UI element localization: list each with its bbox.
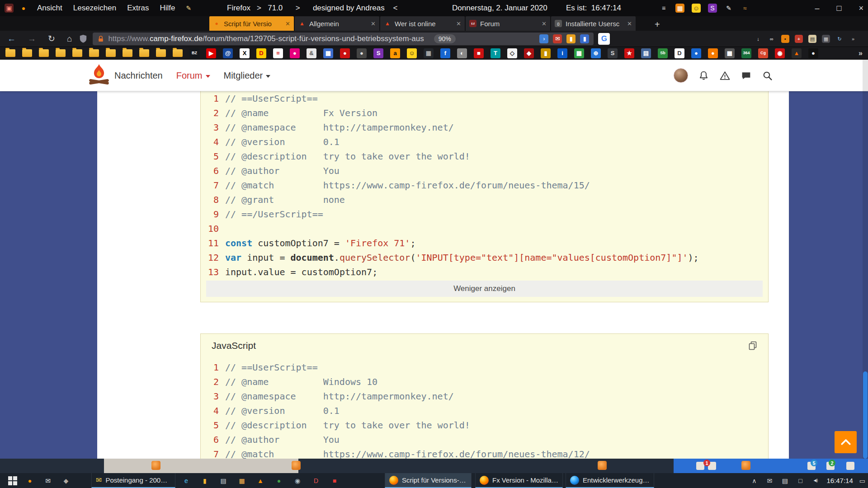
desktop-icon[interactable] [741, 461, 750, 470]
tab-script-f-r-versio[interactable]: ●Script für Versio✕ [209, 16, 294, 31]
tab-installierte-usersc[interactable]: {}Installierte Usersc✕ [551, 16, 636, 31]
line-number-link[interactable]: 1 [201, 360, 225, 375]
broom-icon[interactable]: ≈ [741, 4, 750, 13]
overflow-chevron-icon[interactable]: » [849, 35, 857, 43]
task-fx-version-mozilla-fi[interactable]: Fx Version - Mozilla Fi... [475, 473, 563, 488]
notes-addon-icon[interactable]: ▤ [808, 35, 816, 43]
list-icon[interactable]: ≡ [659, 4, 668, 13]
bookmark-grid-icon[interactable]: ▦ [323, 48, 333, 58]
bookmark-gmx-icon[interactable]: @ [223, 48, 233, 58]
nav-item-forum[interactable]: Forum [176, 70, 210, 81]
bookmark-red-square-icon[interactable]: ■ [474, 48, 484, 58]
bookmark-pink-icon[interactable]: ● [290, 48, 300, 58]
nav-item-mitglieder[interactable]: Mitglieder [224, 70, 271, 81]
green-app-icon[interactable]: ● [274, 476, 283, 485]
menu-lesezeichen[interactable]: Lesezeichen [73, 4, 116, 13]
adblock-icon[interactable]: + [795, 35, 803, 43]
nav-item-nachrichten[interactable]: Nachrichten [114, 70, 163, 81]
bookmark-dark-grid-icon[interactable]: ▦ [424, 48, 434, 58]
tray-keyboard-icon[interactable]: ▤ [780, 476, 789, 485]
line-number-link[interactable]: 10 [201, 221, 225, 236]
bookmark-table-icon[interactable]: ▤ [641, 48, 651, 58]
bookmark-folder-icon[interactable] [139, 49, 149, 57]
bookmark-info-icon[interactable]: i [557, 48, 567, 58]
desktop-icon[interactable] [151, 461, 160, 470]
bookmark-folder-icon[interactable] [56, 49, 66, 57]
bookmark-green-grid-icon[interactable]: ▦ [574, 48, 584, 58]
bookmark-dark-dot-icon[interactable]: ● [357, 48, 367, 58]
bookmark-bz-icon[interactable]: BZ [189, 48, 199, 58]
tab-wer-ist-online[interactable]: ▲Wer ist online✕ [380, 16, 465, 31]
photos-quick-icon[interactable]: ◆ [61, 476, 71, 485]
tray-mail-icon[interactable]: ✉ [765, 476, 774, 485]
bookmark-red-dot-icon[interactable]: ● [340, 48, 350, 58]
bookmark-blue-dot-icon[interactable]: ● [691, 48, 701, 58]
line-number-link[interactable]: 1 [201, 91, 225, 106]
task-script-f-r-versions-un[interactable]: Script für Versions- un... [385, 473, 472, 488]
notification-panel-icon[interactable]: ▭ [859, 477, 865, 484]
desktop-icon[interactable] [292, 461, 301, 470]
line-number-link[interactable]: 2 [201, 106, 225, 120]
bookmark-scifi-icon[interactable]: S [373, 48, 383, 58]
bookmark-d-icon[interactable]: D [675, 48, 684, 58]
start-button[interactable] [5, 473, 21, 488]
line-number-link[interactable]: 2 [201, 375, 225, 389]
scrollbar-thumb[interactable] [863, 371, 868, 459]
line-number-link[interactable]: 4 [201, 135, 225, 149]
orange-app-icon[interactable]: ▦ [675, 4, 684, 13]
bookmark-folder-icon[interactable] [5, 49, 15, 57]
line-number-link[interactable]: 5 [201, 149, 225, 164]
bookmark-globe-icon[interactable]: ⊕ [591, 48, 601, 58]
pen-icon[interactable]: ✎ [724, 4, 733, 13]
explorer-folder-icon[interactable]: ▮ [200, 476, 209, 485]
bookmark-folder-icon[interactable] [123, 49, 132, 57]
bookmark-folder-icon[interactable] [173, 49, 183, 57]
tab-close-icon[interactable]: ✕ [627, 20, 632, 27]
minimize-button[interactable]: – [815, 4, 820, 13]
bookmark-stripes-icon[interactable]: ≡ [273, 48, 283, 58]
home-button[interactable]: ⌂ [67, 34, 72, 44]
task-posteingang-2002an[interactable]: ✉Posteingang - 2002An... [91, 473, 175, 488]
reload-button[interactable]: ↻ [48, 33, 55, 44]
menu-ansicht[interactable]: Ansicht [37, 4, 62, 13]
archive-icon[interactable]: ▮ [580, 34, 589, 43]
warning-icon[interactable] [719, 70, 731, 81]
tab-allgemein[interactable]: ▲Allgemein✕ [295, 16, 379, 31]
url-bar[interactable]: https://www.camp-firefox.de/forum/thema/… [93, 33, 594, 45]
download-icon[interactable]: ↓ [754, 35, 762, 43]
desktop-icon[interactable] [598, 461, 607, 470]
back-button[interactable]: ← [7, 34, 16, 44]
d-app-icon[interactable]: D [311, 476, 321, 485]
tray-chevron-icon[interactable]: ∧ [750, 476, 759, 485]
forward-button[interactable]: → [28, 34, 36, 44]
notepad-icon[interactable]: ▤ [219, 476, 228, 485]
bookmark-folder-icon[interactable] [39, 49, 49, 57]
bookmark-cg-icon[interactable]: Cg [758, 48, 768, 58]
bookmark-folder-icon[interactable] [72, 49, 82, 57]
bookmark-target-icon[interactable]: ◉ [775, 48, 785, 58]
maximize-button[interactable]: □ [837, 4, 842, 13]
bookmark-diamond-icon[interactable]: ◇ [507, 48, 517, 58]
bell-icon[interactable] [698, 70, 709, 81]
bookmarks-overflow-icon[interactable]: » [859, 49, 863, 57]
bookmark-dhl-icon[interactable]: D [256, 48, 266, 58]
red-app-icon[interactable]: ■ [330, 476, 339, 485]
collapse-code-button[interactable]: Weniger anzeigen [206, 281, 763, 297]
app-window-icon[interactable]: ▣ [5, 4, 14, 13]
camera-icon[interactable]: ◉ [293, 476, 302, 485]
bookmark-clip-icon[interactable]: & [307, 48, 316, 58]
bookmark-folder-icon[interactable] [22, 49, 32, 57]
infinity-icon[interactable]: ∞ [768, 35, 776, 43]
line-number-link[interactable]: 3 [201, 389, 225, 404]
vlc-icon[interactable]: ▲ [256, 476, 265, 485]
bookmark-orange-dot-icon[interactable]: ● [708, 48, 718, 58]
bookmark-folder-icon[interactable] [106, 49, 116, 57]
bookmark-folder-icon[interactable] [156, 49, 166, 57]
line-number-link[interactable]: 12 [201, 250, 225, 265]
scroll-to-top-button[interactable] [835, 431, 857, 453]
google-icon[interactable]: G [598, 33, 610, 45]
menu-extras[interactable]: Extras [127, 4, 149, 13]
bookmark-smiley-icon[interactable]: ☺ [407, 48, 417, 58]
bookmark-tk-icon[interactable]: T [491, 48, 500, 58]
scifi-icon[interactable]: S [708, 4, 717, 13]
